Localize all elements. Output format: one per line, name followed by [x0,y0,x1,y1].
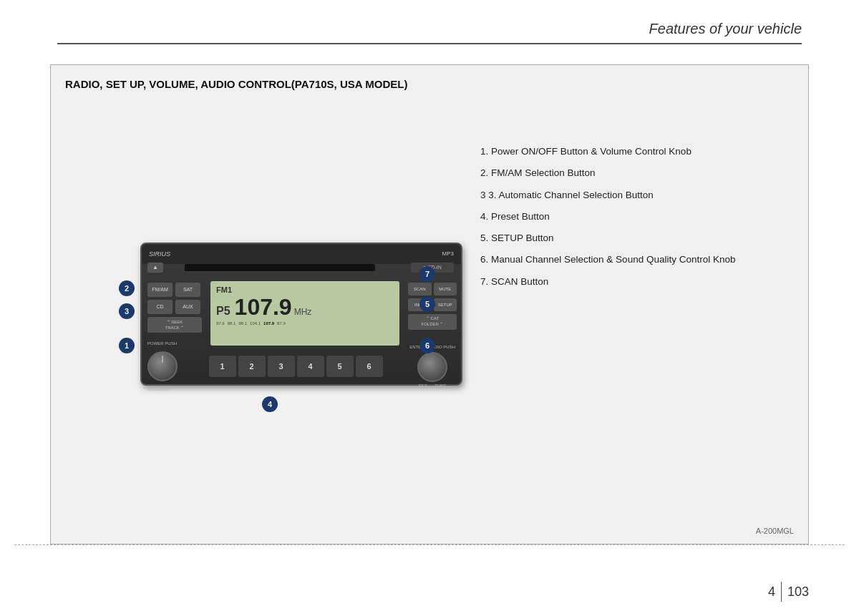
radio-top-bar: ▲ SIRIUS MP3 [142,244,461,264]
aux-button[interactable]: AUX [175,300,200,314]
radio-display: FM1 P5 107.9 MHz 87.9 88.1 98.1 [210,281,399,346]
eject-button[interactable]: ▲ [147,263,163,273]
page-header: Features of your vehicle [0,0,859,43]
radio-wrapper: 2 3 1 ▲ SIRIUS MP3 [76,196,455,439]
cd-slot [185,264,375,271]
eject-icon: ▲ [152,264,158,270]
frequency-bar: 87.9 88.1 98.1 104.1 107.9 87.9 [216,321,394,326]
page-divider [781,582,782,602]
callout-7: 7 [419,266,435,282]
label-item-4: 4. Preset Button [480,210,794,224]
scan-mute-row: SCAN MUTE [408,283,457,295]
tune-label: TUNE [435,383,446,388]
callout-4: 4 [262,396,278,412]
preset-btn-3[interactable]: 3 [268,356,295,377]
label-item-3: 3 3. Automatic Channel Selection Button [480,188,794,202]
callout-1: 1 [119,338,135,353]
callout-2: 2 [119,280,135,296]
seek-track-button[interactable]: ⌃ SEEK TRACK ⌃ [147,317,202,333]
page-num: 103 [787,585,809,600]
left-controls: FM/AM SAT CD A [142,278,206,348]
preset-btn-2[interactable]: 2 [238,356,266,377]
radio-unit: ▲ SIRIUS MP3 ■ CD-IN [140,243,462,386]
volume-knob-area: POWER PUSH VOLUME [147,351,178,381]
label-4-text: 4. Preset Button [480,211,550,222]
knob-indicator [162,356,163,363]
label-7-text: 7. SCAN Button [480,276,548,287]
frequency-number: 107.9 [235,295,292,318]
preset-btn-5[interactable]: 5 [326,356,354,377]
right-controls: SCAN MUTE INFO [404,278,461,348]
scan-button[interactable]: SCAN [408,283,432,295]
content-area: 2 3 1 ▲ SIRIUS MP3 [65,102,794,533]
fm-am-button[interactable]: FM/AM [147,283,173,297]
radio-middle: FM/AM SAT CD A [142,278,461,348]
header-title: Features of your vehicle [649,21,802,37]
cd-button[interactable]: CD [147,300,173,314]
mp3-badge: MP3 [442,250,454,257]
mute-button[interactable]: MUTE [434,283,457,295]
label-item-6: 6. Manual Channel Selection & Sound Qual… [480,253,794,267]
reference-code: A-200MGL [756,527,794,535]
preset-btn-1[interactable]: 1 [209,356,236,377]
frequency-unit: MHz [294,307,312,317]
label-2-text: 2. FM/AM Selection Button [480,167,596,178]
label-3-full: 3. Automatic Channel Selection Button [488,190,653,200]
footer-divider [14,544,845,545]
page-number: 4 103 [768,582,809,602]
preset-number: P5 [216,305,230,318]
label-5-text: 5. SETUP Button [480,233,554,243]
callout-5: 5 [419,296,435,312]
sat-button[interactable]: SAT [175,283,200,297]
file-label: FILE [419,383,428,388]
callout-3: 3 [119,303,135,319]
power-label: POWER PUSH [147,341,177,346]
box-title: RADIO, SET UP, VOLUME, AUDIO CONTROL(PA7… [65,78,794,90]
setup-button[interactable]: SETUP [434,298,457,311]
label-item-2: 2. FM/AM Selection Button [480,166,794,180]
label-3-text: 3 [480,190,486,200]
label-item-5: 5. SETUP Button [480,231,794,245]
radio-section: 2 3 1 ▲ SIRIUS MP3 [65,102,466,533]
page-section: 4 [768,585,775,600]
volume-knob[interactable] [147,351,178,381]
preset-buttons: 1 2 3 4 5 6 [185,356,407,377]
display-top: FM1 [216,285,394,294]
display-frequency: P5 107.9 MHz [216,295,394,318]
label-item-7: 7. SCAN Button [480,275,794,289]
label-6-text: 6. Manual Channel Selection & Sound Qual… [480,254,735,265]
preset-btn-4[interactable]: 4 [297,356,324,377]
cd-aux-row: CD AUX [147,300,200,314]
label-1-text: 1. Power ON/OFF Button & Volume Control … [480,146,691,157]
tune-knob[interactable] [417,352,447,382]
preset-btn-6[interactable]: 6 [356,356,383,377]
fm-label: FM1 [216,285,232,294]
radio-bottom: POWER PUSH VOLUME 1 2 3 4 5 [142,348,461,384]
main-content-box: RADIO, SET UP, VOLUME, AUDIO CONTROL(PA7… [50,64,809,544]
volume-label: VOLUME [147,386,169,391]
fm-am-sat-row: FM/AM SAT [147,283,200,297]
page-footer: 4 103 [0,544,859,616]
label-item-1: 1. Power ON/OFF Button & Volume Control … [480,145,794,159]
callout-6: 6 [419,338,435,353]
header-divider [57,43,802,44]
sirius-logo: SIRIUS [149,250,170,258]
cat-folder-button[interactable]: ⌃ CATFOLDER ⌃ [408,314,457,330]
labels-section: 1. Power ON/OFF Button & Volume Control … [480,102,794,533]
